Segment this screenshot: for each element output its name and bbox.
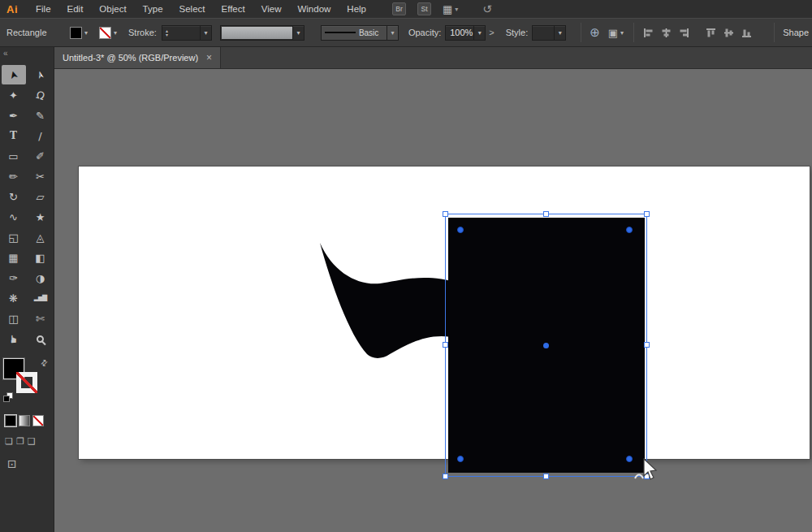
line-segment-tool[interactable]: / bbox=[28, 126, 53, 145]
brush-definition-combo[interactable]: Basic ▾ bbox=[321, 25, 399, 41]
selection-handle-top-left[interactable] bbox=[443, 211, 448, 217]
align-vertical-bottom-button[interactable] bbox=[739, 24, 754, 41]
selection-tool[interactable]: ➤ bbox=[2, 65, 26, 84]
menu-item-view[interactable]: View bbox=[253, 0, 290, 18]
curved-shape[interactable] bbox=[320, 243, 460, 358]
selection-handle-bottom-left[interactable] bbox=[443, 474, 448, 479]
align-horizontal-left-button[interactable] bbox=[641, 24, 656, 41]
shaper-tool[interactable]: ★ bbox=[28, 207, 53, 227]
width-profile-combo[interactable]: ▾ bbox=[220, 25, 304, 41]
menu-item-object[interactable]: Object bbox=[91, 0, 134, 18]
pen-tool[interactable]: ✒ bbox=[2, 106, 26, 125]
corner-widget-top-right[interactable] bbox=[626, 227, 633, 233]
zoom-tool[interactable] bbox=[28, 329, 53, 348]
align-vertical-top-button[interactable] bbox=[703, 24, 719, 41]
recolor-artwork-icon[interactable]: ⊕ bbox=[590, 25, 600, 40]
opacity-combo[interactable]: 100% ▾ bbox=[445, 25, 486, 41]
eyedropper-tool[interactable]: ✑ bbox=[2, 268, 26, 288]
menu-item-select[interactable]: Select bbox=[171, 0, 214, 18]
gradient-button[interactable] bbox=[19, 415, 30, 426]
rectangle-tool[interactable]: ▭ bbox=[2, 146, 26, 166]
canvas[interactable] bbox=[54, 69, 812, 532]
width-tool[interactable]: ∿ bbox=[2, 207, 26, 227]
align-horizontal-center-icon bbox=[661, 28, 672, 38]
opacity-dropdown[interactable]: ▾ bbox=[473, 26, 485, 40]
menu-item-type[interactable]: Type bbox=[135, 0, 171, 18]
stroke-weight-label[interactable]: Stroke: bbox=[128, 28, 157, 37]
color-button[interactable] bbox=[5, 415, 16, 426]
stroke-color-control[interactable]: ▾ bbox=[99, 27, 117, 39]
workspace-switcher[interactable]: ▦ ▾ bbox=[443, 3, 458, 15]
screen-mode-button[interactable]: ⊡ bbox=[7, 457, 17, 470]
opacity-flyout-button[interactable]: > bbox=[486, 28, 497, 37]
stroke-weight-combo[interactable]: ▴ ▾ ▾ bbox=[162, 25, 212, 41]
selection-bounding-box[interactable] bbox=[445, 214, 647, 477]
default-fill-stroke-button[interactable] bbox=[3, 392, 15, 404]
rotate-tool[interactable]: ↻ bbox=[2, 187, 26, 206]
panel-collapse-button[interactable]: « bbox=[0, 47, 54, 60]
align-vertical-center-button[interactable] bbox=[721, 24, 736, 41]
magic-wand-tool[interactable]: ✦ bbox=[2, 85, 26, 105]
draw-normal-button[interactable]: ❏ bbox=[5, 436, 13, 447]
fill-color-control[interactable]: ▾ bbox=[70, 27, 88, 39]
selection-handle-top-middle[interactable] bbox=[543, 211, 549, 217]
opacity-label[interactable]: Opacity: bbox=[408, 28, 441, 37]
scissors-tool[interactable]: ✂ bbox=[28, 167, 53, 186]
brush-dropdown[interactable]: ▾ bbox=[387, 26, 398, 40]
type-tool[interactable]: T bbox=[2, 126, 26, 145]
bridge-icon[interactable]: Br bbox=[392, 2, 406, 15]
corner-widget-bottom-left[interactable] bbox=[457, 456, 464, 462]
opacity-value[interactable]: 100% bbox=[446, 28, 473, 37]
align-horizontal-center-button[interactable] bbox=[659, 24, 674, 41]
perspective-grid-tool[interactable]: ◬ bbox=[28, 227, 53, 247]
stock-icon[interactable]: St bbox=[417, 2, 431, 15]
corner-widget-top-left[interactable] bbox=[457, 227, 464, 233]
gradient-tool[interactable]: ◧ bbox=[28, 248, 53, 267]
draw-behind-button[interactable]: ❐ bbox=[16, 436, 24, 447]
column-graph-tool[interactable]: ▂▅▇ bbox=[28, 288, 53, 308]
pencil-tool[interactable]: ✏ bbox=[2, 167, 26, 186]
shape-panel-label[interactable]: Shape bbox=[781, 28, 812, 37]
stroke-weight-dropdown[interactable]: ▾ bbox=[200, 26, 211, 40]
quick-actions-control[interactable]: ▣ ▾ bbox=[608, 27, 624, 39]
menu-item-help[interactable]: Help bbox=[339, 0, 374, 18]
corner-widget-bottom-right[interactable] bbox=[626, 456, 633, 462]
none-button[interactable] bbox=[32, 415, 44, 426]
selection-handle-bottom-middle[interactable] bbox=[543, 474, 549, 479]
artboard-tool[interactable]: ◫ bbox=[2, 309, 26, 328]
tab-close-icon[interactable]: × bbox=[206, 53, 212, 63]
fill-swatch[interactable] bbox=[70, 27, 82, 39]
document-tab[interactable]: Untitled-3* @ 50% (RGB/Preview) × bbox=[54, 47, 221, 68]
menu-item-window[interactable]: Window bbox=[289, 0, 339, 18]
symbol-sprayer-tool[interactable]: ❋ bbox=[2, 288, 26, 308]
graphic-style-dropdown[interactable]: ▾ bbox=[554, 26, 565, 40]
selection-handle-middle-right[interactable] bbox=[644, 342, 650, 348]
center-point[interactable] bbox=[543, 343, 549, 348]
menu-item-edit[interactable]: Edit bbox=[59, 0, 92, 18]
selection-handle-top-right[interactable] bbox=[644, 211, 650, 217]
width-profile-dropdown[interactable]: ▾ bbox=[292, 26, 304, 40]
menu-item-file[interactable]: File bbox=[28, 0, 59, 18]
hand-tool[interactable]: ☛ bbox=[2, 329, 26, 348]
blend-tool[interactable]: ◑ bbox=[28, 268, 53, 288]
mesh-tool[interactable]: ▦ bbox=[2, 248, 26, 267]
draw-inside-button[interactable]: ❑ bbox=[28, 436, 36, 447]
lasso-tool[interactable]: Ω bbox=[28, 85, 53, 105]
direct-selection-tool[interactable]: ➢ bbox=[28, 65, 53, 84]
curvature-tool[interactable]: ✎ bbox=[28, 106, 53, 125]
slice-tool[interactable]: ✄ bbox=[28, 309, 53, 328]
artboard-tool-icon: ◫ bbox=[8, 314, 18, 324]
swap-fill-stroke-icon[interactable]: ⇄ bbox=[38, 357, 50, 369]
separator bbox=[633, 23, 634, 42]
stroke-swatch-none[interactable] bbox=[99, 27, 111, 39]
shape-builder-tool[interactable]: ◱ bbox=[2, 227, 26, 247]
free-transform-tool[interactable]: ▱ bbox=[28, 187, 53, 206]
sync-icon[interactable]: ↺ bbox=[482, 2, 492, 15]
align-horizontal-right-button[interactable] bbox=[676, 24, 692, 41]
menu-item-effect[interactable]: Effect bbox=[214, 0, 253, 18]
selection-handle-middle-left[interactable] bbox=[443, 342, 448, 348]
paintbrush-tool[interactable]: ✐ bbox=[28, 146, 53, 166]
graphic-style-combo[interactable]: ▾ bbox=[532, 25, 566, 41]
stroke-weight-stepper[interactable]: ▴ ▾ bbox=[162, 28, 171, 37]
stroke-color-box[interactable] bbox=[16, 372, 37, 393]
